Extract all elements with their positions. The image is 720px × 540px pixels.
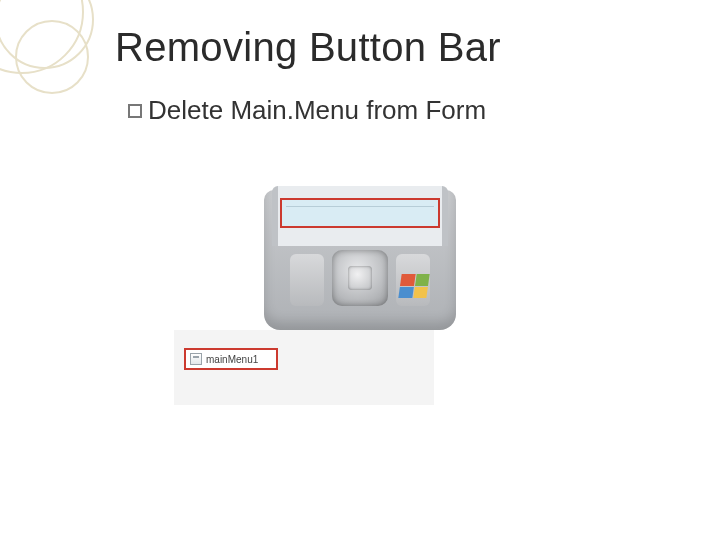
hardware-buttons	[290, 248, 430, 318]
phone-illustration: mainMenu1	[254, 190, 466, 470]
slide-title: Removing Button Bar	[115, 25, 501, 70]
softkey-left	[290, 254, 324, 306]
body-text: Delete Main.Menu from Form	[148, 95, 486, 126]
body-line: Delete Main.Menu from Form	[128, 95, 486, 126]
menu-component-icon	[190, 353, 202, 365]
decorative-ring	[15, 20, 89, 94]
button-bar-highlight	[280, 198, 440, 228]
bullet-icon	[128, 104, 142, 118]
component-tray-item: mainMenu1	[184, 348, 278, 370]
softkey-right	[396, 254, 430, 306]
component-label: mainMenu1	[206, 354, 258, 365]
windows-flag-icon	[398, 274, 429, 298]
dpad	[332, 250, 388, 306]
